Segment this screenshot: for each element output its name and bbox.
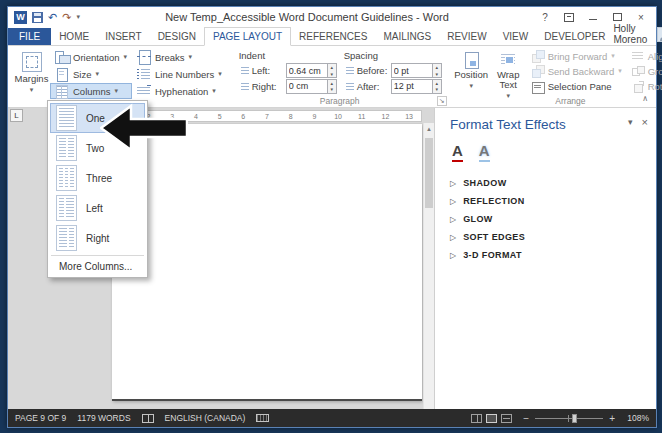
bring-forward-button[interactable]: Bring Forward ▾ bbox=[527, 49, 627, 63]
size-button[interactable]: Size ▾ bbox=[50, 66, 132, 82]
tab-home[interactable]: HOME bbox=[51, 28, 97, 45]
spacing-column: Spacing Before: ▴▾ After: ▴▾ bbox=[340, 49, 445, 94]
spacing-after-stepper[interactable]: ▴▾ bbox=[391, 79, 442, 94]
tab-references[interactable]: REFERENCES bbox=[291, 28, 375, 45]
word-count[interactable]: 1179 WORDS bbox=[77, 413, 130, 423]
spacing-before-stepper[interactable]: ▴▾ bbox=[391, 63, 442, 78]
spacing-before-spin-buttons[interactable]: ▴▾ bbox=[432, 64, 441, 77]
group-button[interactable]: Group ▾ bbox=[627, 64, 662, 78]
more-columns-item[interactable]: More Columns... bbox=[50, 258, 145, 275]
hyphenation-label: Hyphenation bbox=[155, 86, 208, 97]
indent-left-input[interactable] bbox=[287, 64, 327, 77]
save-icon[interactable] bbox=[32, 12, 43, 23]
paragraph-dialog-launcher-icon[interactable]: ↘ bbox=[437, 96, 447, 106]
tab-selector-icon[interactable]: L bbox=[10, 109, 23, 122]
ribbon-display-options-icon[interactable] bbox=[558, 10, 580, 25]
spin-down-icon[interactable]: ▾ bbox=[433, 71, 441, 78]
redo-icon[interactable]: ↷ bbox=[62, 12, 71, 23]
zoom-level[interactable]: 108% bbox=[621, 413, 649, 423]
spin-down-icon[interactable]: ▾ bbox=[328, 71, 336, 78]
tab-page-layout[interactable]: PAGE LAYOUT bbox=[204, 27, 291, 46]
text-fill-outline-icon[interactable]: A bbox=[452, 142, 463, 162]
expand-triangle-icon: ▷ bbox=[450, 251, 456, 260]
read-mode-icon[interactable] bbox=[471, 414, 482, 423]
pane-options-icon[interactable]: ▾ bbox=[628, 117, 633, 127]
section-glow[interactable]: ▷ GLOW bbox=[450, 210, 650, 228]
page-indicator[interactable]: PAGE 9 OF 9 bbox=[15, 413, 66, 423]
proofing-book-icon[interactable] bbox=[142, 414, 154, 423]
send-backward-button[interactable]: Send Backward ▾ bbox=[527, 64, 627, 78]
tab-review[interactable]: REVIEW bbox=[439, 28, 494, 45]
indent-left-spin-buttons[interactable]: ▴▾ bbox=[327, 64, 336, 77]
indent-left-stepper[interactable]: ▴▾ bbox=[286, 63, 337, 78]
tab-mailings[interactable]: MAILINGS bbox=[375, 28, 439, 45]
spacing-after-icon bbox=[343, 81, 354, 91]
selection-pane-button[interactable]: Selection Pane bbox=[527, 80, 627, 94]
language-indicator[interactable]: ENGLISH (CANADA) bbox=[165, 413, 246, 423]
arrange-group-label: Arrange bbox=[450, 96, 662, 106]
minimize-icon[interactable] bbox=[582, 10, 604, 25]
account-area[interactable]: Holly Moreno bbox=[613, 23, 662, 45]
scrollbar-thumb[interactable] bbox=[425, 138, 433, 208]
indent-right-stepper[interactable]: ▴▾ bbox=[286, 79, 337, 94]
document-page[interactable] bbox=[112, 124, 422, 401]
undo-icon[interactable]: ↶ bbox=[48, 12, 57, 23]
size-label: Size bbox=[73, 69, 91, 80]
spacing-before-input[interactable] bbox=[392, 64, 432, 77]
columns-menu-item-left[interactable]: Left bbox=[50, 193, 145, 223]
indent-right-input[interactable] bbox=[287, 80, 327, 93]
rotate-button[interactable]: Rotate ▾ bbox=[627, 80, 662, 94]
scroll-up-icon[interactable]: ▲ bbox=[424, 123, 434, 136]
align-icon bbox=[632, 50, 644, 62]
zoom-slider-thumb[interactable] bbox=[572, 414, 577, 423]
vertical-scrollbar[interactable]: ▲ bbox=[423, 123, 434, 409]
line-numbers-icon bbox=[137, 67, 151, 81]
hyphenation-button[interactable]: Hyphenation ▾ bbox=[132, 83, 227, 99]
indent-right-spin-buttons[interactable]: ▴▾ bbox=[327, 80, 336, 93]
section-shadow[interactable]: ▷ SHADOW bbox=[450, 174, 650, 192]
columns-button[interactable]: Columns ▾ bbox=[50, 83, 132, 99]
margins-button[interactable]: Margins ▾ bbox=[13, 49, 50, 94]
tab-insert[interactable]: INSERT bbox=[97, 28, 150, 45]
section-label: GLOW bbox=[463, 214, 493, 224]
indent-right-label: Right: bbox=[252, 81, 283, 92]
align-button[interactable]: Align ▾ bbox=[627, 49, 662, 63]
columns-menu-item-right[interactable]: Right bbox=[50, 223, 145, 253]
tab-view[interactable]: VIEW bbox=[495, 28, 537, 45]
keyboard-icon[interactable] bbox=[256, 414, 269, 422]
columns-menu-item-three[interactable]: Three bbox=[50, 163, 145, 193]
rotate-label: Rotate bbox=[648, 81, 662, 92]
page-setup-column-2: Breaks ▾ Line Numbers ▾ Hyphenation ▾ bbox=[132, 49, 227, 94]
collapse-ribbon-icon[interactable]: ∧ bbox=[638, 93, 652, 104]
breaks-button[interactable]: Breaks ▾ bbox=[132, 49, 227, 65]
pane-close-icon[interactable]: × bbox=[642, 117, 648, 127]
wrap-text-button[interactable]: Wrap Text ▾ bbox=[490, 49, 527, 94]
spin-down-icon[interactable]: ▾ bbox=[328, 86, 336, 93]
zoom-in-icon[interactable]: + bbox=[609, 413, 615, 424]
line-numbers-button[interactable]: Line Numbers ▾ bbox=[132, 66, 227, 82]
position-button[interactable]: Position ▾ bbox=[453, 49, 490, 94]
send-backward-label: Send Backward bbox=[548, 66, 615, 77]
section-soft-edges[interactable]: ▷ SOFT EDGES bbox=[450, 228, 650, 246]
orientation-button[interactable]: Orientation ▾ bbox=[50, 49, 132, 65]
tab-file[interactable]: FILE bbox=[8, 28, 51, 45]
section-label: 3-D FORMAT bbox=[463, 250, 522, 260]
section-reflection[interactable]: ▷ REFLECTION bbox=[450, 192, 650, 210]
spacing-after-spin-buttons[interactable]: ▴▾ bbox=[432, 80, 441, 93]
word-window: W ↶ ↷ ▾ New Temp_Accessible Word Documen… bbox=[7, 6, 657, 428]
tab-design[interactable]: DESIGN bbox=[150, 28, 204, 45]
tab-developer[interactable]: DEVELOPER bbox=[536, 28, 613, 45]
zoom-slider[interactable] bbox=[535, 418, 603, 419]
group-arrange: Position ▾ Wrap Text ▾ Bring Forward ▾ S… bbox=[450, 48, 662, 107]
right-column-icon bbox=[56, 225, 77, 251]
ribbon: Margins ▾ Orientation ▾ Size ▾ Columns ▾ bbox=[8, 46, 656, 108]
web-layout-icon[interactable] bbox=[501, 414, 512, 423]
help-icon[interactable]: ? bbox=[534, 10, 556, 25]
bring-forward-label: Bring Forward bbox=[548, 51, 608, 62]
spin-down-icon[interactable]: ▾ bbox=[433, 86, 441, 93]
print-layout-icon[interactable] bbox=[486, 414, 497, 423]
section-3d-format[interactable]: ▷ 3-D FORMAT bbox=[450, 246, 650, 264]
zoom-out-icon[interactable]: − bbox=[523, 413, 529, 424]
spacing-after-input[interactable] bbox=[392, 80, 432, 93]
text-effects-icon[interactable]: A bbox=[479, 142, 490, 162]
